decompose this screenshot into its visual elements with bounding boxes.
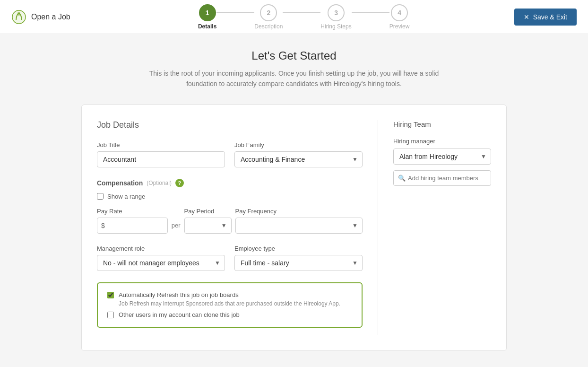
logo-icon: [11, 9, 26, 25]
show-range-label[interactable]: Show a range: [107, 193, 145, 200]
pay-rate-group: Pay Rate $: [97, 208, 168, 234]
logo-area: Open a Job: [11, 9, 82, 25]
auto-refresh-subtext: Job Refresh may interrupt Sponsored ads …: [119, 300, 340, 307]
step-4[interactable]: 4 Preview: [389, 4, 410, 30]
step-3-label: Hiring Steps: [320, 23, 351, 30]
management-role-group: Management role No - will not manager em…: [97, 245, 225, 271]
pay-rate-input[interactable]: [107, 218, 164, 233]
add-team-members-input[interactable]: [393, 170, 491, 186]
pay-period-select[interactable]: Hour Day Week Month Year: [184, 218, 232, 234]
step-3-circle: 3: [328, 4, 345, 21]
svg-point-1: [17, 12, 20, 16]
step-1[interactable]: 1 Details: [198, 4, 216, 30]
save-exit-x-icon: ✕: [524, 13, 529, 21]
job-family-group: Job Family Accounting & Finance Marketin…: [234, 141, 363, 167]
compensation-header: Compensation (Optional) ?: [97, 179, 363, 187]
clone-label[interactable]: Other users in my account can clone this…: [119, 311, 240, 319]
employee-type-group: Employee type Full time - salary Part ti…: [234, 245, 363, 271]
show-range-checkbox[interactable]: [97, 193, 104, 200]
card-main: Job Details Job Title Job Family Account…: [97, 120, 363, 335]
step-2[interactable]: 2 Description: [254, 4, 283, 30]
management-role-select[interactable]: No - will not manager employees Yes - wi…: [97, 255, 225, 271]
compensation-section: Compensation (Optional) ? Show a range P…: [97, 179, 363, 234]
hiring-manager-select[interactable]: Alan from Hireology: [393, 149, 491, 165]
page-subtitle: This is the root of your incoming applic…: [11, 68, 577, 89]
job-title-group: Job Title: [97, 141, 225, 167]
mgmt-employee-row: Management role No - will not manager em…: [97, 245, 363, 271]
title-family-row: Job Title Job Family Accounting & Financ…: [97, 141, 363, 167]
save-exit-button[interactable]: ✕ Save & Exit: [514, 9, 577, 26]
card: Job Details Job Title Job Family Account…: [81, 105, 507, 351]
step-4-label: Preview: [389, 23, 410, 30]
header: Open a Job 1 Details 2 Description 3 Hir…: [0, 0, 588, 34]
pay-row: Pay Rate $ per Pay Period Hour: [97, 208, 363, 234]
pay-rate-label: Pay Rate: [97, 208, 168, 215]
step-1-label: Details: [198, 23, 216, 30]
pay-frequency-select-wrapper: Weekly Bi-weekly Semi-monthly Monthly ▼: [235, 218, 363, 234]
pay-period-label: Pay Period: [184, 208, 232, 215]
hiring-manager-select-wrapper: Alan from Hireology ▼: [393, 149, 491, 165]
management-role-select-wrapper: No - will not manager employees Yes - wi…: [97, 255, 225, 271]
step-4-circle: 4: [391, 4, 408, 21]
auto-refresh-item: Automatically Refresh this job on job bo…: [107, 291, 352, 307]
step-line-3: [352, 12, 389, 13]
job-title-input[interactable]: [97, 151, 225, 167]
main-content: Let's Get Started This is the root of yo…: [0, 34, 588, 366]
hiring-team-title: Hiring Team: [393, 120, 491, 128]
app-title: Open a Job: [31, 13, 70, 21]
step-2-circle: 2: [260, 4, 277, 21]
search-icon: 🔍: [398, 175, 406, 182]
employee-type-select-wrapper: Full time - salary Part time Contract Te…: [234, 255, 363, 271]
compensation-title: Compensation: [97, 179, 143, 187]
job-family-select[interactable]: Accounting & Finance Marketing Engineeri…: [234, 151, 363, 167]
pay-rate-input-wrapper: $: [97, 218, 168, 234]
optional-label: (Optional): [147, 180, 172, 186]
hiring-manager-group: Hiring manager Alan from Hireology ▼: [393, 138, 491, 165]
step-3[interactable]: 3 Hiring Steps: [320, 4, 351, 30]
management-role-label: Management role: [97, 245, 225, 252]
job-title-label: Job Title: [97, 141, 225, 149]
auto-refresh-label: Automatically Refresh this job on job bo…: [119, 291, 340, 299]
pay-period-group: Pay Period Hour Day Week Month Year ▼: [184, 208, 232, 234]
per-label: per: [172, 222, 181, 234]
hiring-manager-label: Hiring manager: [393, 138, 491, 145]
employee-type-select[interactable]: Full time - salary Part time Contract Te…: [234, 255, 363, 271]
step-2-label: Description: [254, 23, 283, 30]
clone-item: Other users in my account can clone this…: [107, 311, 352, 319]
options-checkbox-card: Automatically Refresh this job on job bo…: [97, 282, 363, 328]
pay-period-select-wrapper: Hour Day Week Month Year ▼: [184, 218, 232, 234]
job-family-label: Job Family: [234, 141, 363, 149]
clone-job-checkbox[interactable]: [107, 312, 114, 318]
employee-type-label: Employee type: [234, 245, 363, 252]
job-details-section-title: Job Details: [97, 120, 363, 130]
help-icon[interactable]: ?: [175, 179, 184, 187]
pay-frequency-select[interactable]: Weekly Bi-weekly Semi-monthly Monthly: [235, 218, 363, 234]
pay-prefix: $: [101, 222, 107, 229]
job-family-select-wrapper: Accounting & Finance Marketing Engineeri…: [234, 151, 363, 167]
auto-refresh-checkbox[interactable]: [107, 292, 114, 298]
page-title: Let's Get Started: [11, 49, 577, 62]
step-1-circle: 1: [199, 4, 216, 21]
auto-refresh-text-block: Automatically Refresh this job on job bo…: [119, 291, 340, 307]
step-line-1: [216, 12, 254, 13]
step-line-2: [283, 12, 320, 13]
show-range-row: Show a range: [97, 193, 363, 200]
pay-frequency-label: Pay Frequency: [235, 208, 363, 215]
card-sidebar: Hiring Team Hiring manager Alan from Hir…: [378, 120, 491, 335]
pay-frequency-group: Pay Frequency Weekly Bi-weekly Semi-mont…: [235, 208, 363, 234]
add-team-members-wrapper: 🔍: [393, 170, 491, 186]
steps-container: 1 Details 2 Description 3 Hiring Steps 4…: [94, 4, 514, 30]
